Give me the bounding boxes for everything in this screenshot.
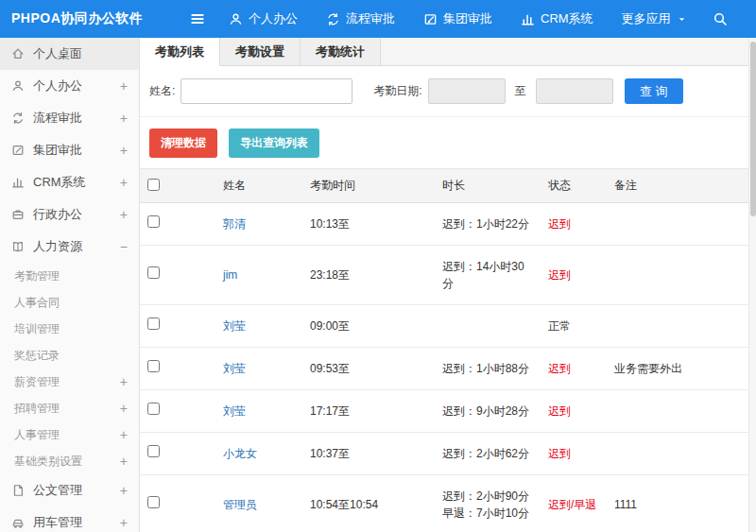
- table-row: 刘莹 09:53至 迟到：1小时88分 迟到 业务需要外出: [140, 348, 748, 390]
- row-checkbox[interactable]: [147, 496, 160, 508]
- sidebar-item-label: 公文管理: [33, 482, 82, 499]
- search-button[interactable]: 查 询: [625, 78, 683, 104]
- search-icon[interactable]: [713, 11, 728, 26]
- sidebar-subitem-training-mgmt[interactable]: 培训管理: [0, 316, 139, 342]
- nav-label: 集团审批: [443, 10, 492, 27]
- sidebar-item-label: 集团审批: [33, 142, 82, 159]
- sidebar-subitem-salary-mgmt[interactable]: 薪资管理 +: [0, 369, 139, 395]
- row-checkbox[interactable]: [147, 317, 160, 330]
- row-checkbox[interactable]: [147, 403, 160, 415]
- sidebar-subitem-recruit-mgmt[interactable]: 招聘管理 +: [0, 395, 139, 421]
- table-header-row: 姓名 考勤时间 时长 状态 备注: [140, 169, 748, 203]
- date-from-input[interactable]: [428, 78, 506, 104]
- sidebar-item-vehicle-mgmt[interactable]: 用车管理 +: [0, 506, 139, 532]
- status-text: 迟到: [548, 447, 571, 460]
- employee-name-link[interactable]: 刘莹: [223, 404, 246, 418]
- home-icon: [11, 47, 25, 60]
- main-content: 考勤列表 考勤设置 考勤统计 姓名: 考勤日期: 至 查 询 清理数据 导出查询…: [140, 38, 756, 532]
- sidebar-subitem-label: 人事管理: [14, 427, 60, 443]
- tab-attendance-stats[interactable]: 考勤统计: [301, 38, 381, 65]
- sidebar-item-personal-desktop[interactable]: 个人桌面: [0, 38, 139, 70]
- row-checkbox[interactable]: [147, 360, 160, 372]
- sidebar-item-label: 个人办公: [33, 77, 82, 94]
- nav-label: 个人办公: [249, 10, 298, 27]
- sidebar-item-crm[interactable]: CRM系统 +: [0, 166, 139, 198]
- row-checkbox[interactable]: [147, 445, 160, 457]
- sidebar: 个人桌面 个人办公 + 流程审批 + 集团审批 + CRM系统 + 行政办公 +: [0, 38, 140, 532]
- flow-icon: [326, 12, 340, 26]
- row-checkbox[interactable]: [147, 215, 160, 228]
- export-list-button[interactable]: 导出查询列表: [229, 129, 319, 158]
- name-filter-input[interactable]: [180, 78, 352, 104]
- nav-group-approval[interactable]: 集团审批: [423, 10, 492, 27]
- vertical-scrollbar[interactable]: [748, 38, 756, 532]
- attendance-time: 10:37至: [302, 433, 435, 475]
- sidebar-subitem-label: 培训管理: [14, 321, 60, 337]
- col-header-status: 状态: [541, 169, 607, 203]
- user-icon: [11, 79, 25, 93]
- select-all-checkbox[interactable]: [147, 179, 160, 191]
- expander: +: [120, 484, 128, 497]
- employee-name-link[interactable]: 刘莹: [223, 362, 246, 375]
- employee-name-link[interactable]: 小龙女: [223, 447, 257, 460]
- employee-name-link[interactable]: jim: [223, 268, 237, 282]
- expander: +: [120, 79, 128, 93]
- edit-icon: [11, 144, 25, 157]
- sidebar-item-group-approval[interactable]: 集团审批 +: [0, 134, 139, 166]
- scrollbar-thumb[interactable]: [750, 42, 756, 216]
- attendance-table: 姓名 考勤时间 时长 状态 备注 郭清 10:13至 迟到：1小时22分 迟到: [140, 168, 748, 532]
- status-text: 迟到: [548, 268, 571, 282]
- expander: +: [120, 402, 128, 415]
- sidebar-subitem-attendance-mgmt[interactable]: 考勤管理: [0, 263, 139, 289]
- sidebar-item-workflow-approval[interactable]: 流程审批 +: [0, 102, 139, 134]
- sidebar-item-personal-office[interactable]: 个人办公 +: [0, 70, 139, 102]
- nav-workflow-approval[interactable]: 流程审批: [326, 10, 395, 27]
- attendance-time: 10:13至: [302, 203, 435, 246]
- nav-more-apps[interactable]: 更多应用: [622, 10, 687, 27]
- tab-bar: 考勤列表 考勤设置 考勤统计: [140, 38, 756, 66]
- date-filter-label: 考勤日期:: [373, 83, 421, 99]
- employee-name-link[interactable]: 郭清: [223, 217, 246, 231]
- sidebar-subitem-label: 人事合同: [14, 295, 60, 311]
- document-icon: [11, 484, 25, 497]
- sidebar-item-document-mgmt[interactable]: 公文管理 +: [0, 474, 139, 506]
- sidebar-item-admin-office[interactable]: 行政办公 +: [0, 198, 139, 231]
- expander: +: [120, 208, 128, 221]
- date-to-input[interactable]: [536, 78, 613, 104]
- sidebar-subitem-hr-contract[interactable]: 人事合同: [0, 289, 139, 316]
- sidebar-item-label: 人力资源: [33, 238, 82, 255]
- menu-toggle-icon[interactable]: [181, 10, 214, 27]
- sidebar-item-hr[interactable]: 人力资源 −: [0, 231, 139, 263]
- tab-attendance-settings[interactable]: 考勤设置: [220, 38, 301, 65]
- sidebar-item-label: CRM系统: [33, 174, 86, 191]
- expander: +: [120, 428, 128, 441]
- row-checkbox[interactable]: [147, 266, 160, 279]
- actions-bar: 清理数据 导出查询列表: [140, 117, 756, 168]
- clean-data-button[interactable]: 清理数据: [149, 129, 217, 158]
- chart-icon: [521, 12, 535, 26]
- sidebar-subitem-base-category-settings[interactable]: 基础类别设置 +: [0, 448, 139, 474]
- name-filter-label: 姓名:: [149, 83, 175, 99]
- status-text: 迟到: [548, 362, 571, 375]
- table-row: 小龙女 10:37至 迟到：2小时62分 迟到: [140, 433, 748, 475]
- edit-icon: [423, 12, 438, 26]
- status-text: 迟到: [548, 404, 571, 418]
- duration-cell: 迟到：1小时88分: [435, 348, 541, 390]
- employee-name-link[interactable]: 刘莹: [223, 319, 246, 333]
- sidebar-subitem-reward-punish[interactable]: 奖惩记录: [0, 342, 139, 369]
- employee-name-link[interactable]: 管理员: [223, 498, 257, 511]
- nav-label: 更多应用: [622, 10, 671, 27]
- expander: +: [120, 176, 128, 189]
- note-text: [607, 203, 748, 246]
- attendance-time: 10:54至10:54: [302, 475, 435, 532]
- nav-personal-office[interactable]: 个人办公: [229, 10, 298, 27]
- expander: +: [120, 112, 128, 125]
- col-header-duration: 时长: [435, 169, 541, 203]
- nav-crm[interactable]: CRM系统: [521, 10, 593, 27]
- sidebar-subitem-personnel-mgmt[interactable]: 人事管理 +: [0, 421, 139, 448]
- date-to-label: 至: [515, 83, 526, 99]
- sidebar-subitem-label: 考勤管理: [14, 268, 60, 284]
- note-text: 业务需要外出: [607, 348, 748, 390]
- sidebar-item-label: 行政办公: [33, 206, 82, 223]
- tab-attendance-list[interactable]: 考勤列表: [140, 38, 220, 66]
